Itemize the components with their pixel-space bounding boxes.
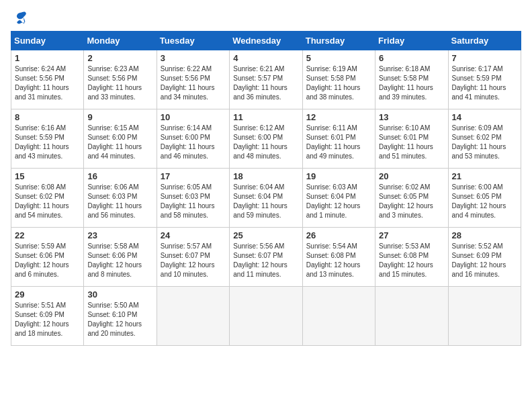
day-info: Sunrise: 5:52 AMSunset: 6:09 PMDaylight:… [452,242,517,279]
logo-bird-icon [13,11,28,26]
calendar-day-cell: 25Sunrise: 5:56 AMSunset: 6:07 PMDayligh… [230,228,302,287]
calendar-day-cell: 1Sunrise: 6:24 AMSunset: 5:56 PMDaylight… [11,50,84,109]
day-info: Sunrise: 6:22 AMSunset: 5:56 PMDaylight:… [161,64,226,102]
day-number: 15 [15,171,80,181]
day-number: 21 [452,171,517,181]
day-number: 3 [161,53,226,63]
day-info: Sunrise: 5:50 AMSunset: 6:10 PMDaylight:… [87,301,152,338]
day-info: Sunrise: 6:21 AMSunset: 5:57 PMDaylight:… [233,64,298,102]
calendar-day-cell: 20Sunrise: 6:02 AMSunset: 6:05 PMDayligh… [375,169,448,228]
calendar-day-cell: 8Sunrise: 6:16 AMSunset: 5:59 PMDaylight… [11,109,84,169]
day-info: Sunrise: 6:23 AMSunset: 5:56 PMDaylight:… [87,64,152,102]
calendar-day-cell: 30Sunrise: 5:50 AMSunset: 6:10 PMDayligh… [84,287,157,346]
day-info: Sunrise: 6:05 AMSunset: 6:03 PMDaylight:… [161,183,226,220]
day-info: Sunrise: 6:18 AMSunset: 5:58 PMDaylight:… [379,64,444,102]
calendar-day-header: Saturday [448,32,521,50]
calendar-day-cell: 22Sunrise: 5:59 AMSunset: 6:06 PMDayligh… [11,228,84,287]
day-info: Sunrise: 6:00 AMSunset: 6:05 PMDaylight:… [452,183,517,220]
day-number: 16 [87,171,152,181]
day-info: Sunrise: 5:51 AMSunset: 6:09 PMDaylight:… [15,301,80,338]
day-info: Sunrise: 5:53 AMSunset: 6:08 PMDaylight:… [379,242,444,279]
calendar-day-cell [448,287,521,346]
calendar-day-cell: 12Sunrise: 6:11 AMSunset: 6:01 PMDayligh… [302,109,375,169]
day-number: 7 [452,53,517,63]
day-info: Sunrise: 5:54 AMSunset: 6:08 PMDaylight:… [306,242,371,279]
calendar-day-cell: 24Sunrise: 5:57 AMSunset: 6:07 PMDayligh… [157,228,229,287]
day-number: 17 [161,171,226,181]
calendar-day-header: Wednesday [230,32,302,50]
day-info: Sunrise: 6:09 AMSunset: 6:02 PMDaylight:… [452,124,517,161]
calendar-day-cell: 18Sunrise: 6:04 AMSunset: 6:04 PMDayligh… [230,169,302,228]
day-number: 5 [306,53,371,63]
calendar-day-cell: 23Sunrise: 5:58 AMSunset: 6:06 PMDayligh… [84,228,157,287]
day-info: Sunrise: 6:08 AMSunset: 6:02 PMDaylight:… [15,183,80,220]
day-info: Sunrise: 5:56 AMSunset: 6:07 PMDaylight:… [233,242,298,279]
day-number: 23 [87,230,152,240]
day-number: 9 [87,112,152,122]
calendar-week-row: 1Sunrise: 6:24 AMSunset: 5:56 PMDaylight… [11,50,521,109]
day-info: Sunrise: 5:57 AMSunset: 6:07 PMDaylight:… [161,242,226,279]
calendar-header-row: SundayMondayTuesdayWednesdayThursdayFrid… [11,32,521,50]
day-number: 19 [306,171,371,181]
calendar-day-cell: 21Sunrise: 6:00 AMSunset: 6:05 PMDayligh… [448,169,521,228]
page-header [11,11,521,26]
calendar-day-cell: 27Sunrise: 5:53 AMSunset: 6:08 PMDayligh… [375,228,448,287]
calendar-day-cell: 7Sunrise: 6:17 AMSunset: 5:59 PMDaylight… [448,50,521,109]
calendar-day-cell: 3Sunrise: 6:22 AMSunset: 5:56 PMDaylight… [157,50,229,109]
calendar-day-cell [230,287,302,346]
calendar-day-header: Thursday [302,32,375,50]
calendar-day-header: Friday [375,32,448,50]
calendar-day-cell: 9Sunrise: 6:15 AMSunset: 6:00 PMDaylight… [84,109,157,169]
day-number: 25 [233,230,298,240]
day-number: 14 [452,112,517,122]
calendar-day-cell: 29Sunrise: 5:51 AMSunset: 6:09 PMDayligh… [11,287,84,346]
calendar-day-cell [375,287,448,346]
day-info: Sunrise: 6:11 AMSunset: 6:01 PMDaylight:… [306,124,371,161]
day-info: Sunrise: 6:03 AMSunset: 6:04 PMDaylight:… [306,183,371,220]
day-info: Sunrise: 6:14 AMSunset: 6:00 PMDaylight:… [161,124,226,161]
day-number: 2 [87,53,152,63]
day-number: 30 [87,289,152,300]
calendar-day-header: Sunday [11,32,84,50]
day-number: 28 [452,230,517,240]
day-info: Sunrise: 6:17 AMSunset: 5:59 PMDaylight:… [452,64,517,102]
day-number: 6 [379,53,444,63]
calendar-body: 1Sunrise: 6:24 AMSunset: 5:56 PMDaylight… [11,50,521,346]
day-info: Sunrise: 6:12 AMSunset: 6:00 PMDaylight:… [233,124,298,161]
day-info: Sunrise: 6:16 AMSunset: 5:59 PMDaylight:… [15,124,80,161]
calendar-day-cell: 13Sunrise: 6:10 AMSunset: 6:01 PMDayligh… [375,109,448,169]
calendar-day-cell: 28Sunrise: 5:52 AMSunset: 6:09 PMDayligh… [448,228,521,287]
day-info: Sunrise: 6:02 AMSunset: 6:05 PMDaylight:… [379,183,444,220]
day-number: 8 [15,112,80,122]
calendar-day-cell: 5Sunrise: 6:19 AMSunset: 5:58 PMDaylight… [302,50,375,109]
day-info: Sunrise: 5:59 AMSunset: 6:06 PMDaylight:… [15,242,80,279]
day-number: 4 [233,53,298,63]
logo [11,11,30,26]
calendar-day-cell: 26Sunrise: 5:54 AMSunset: 6:08 PMDayligh… [302,228,375,287]
day-info: Sunrise: 6:10 AMSunset: 6:01 PMDaylight:… [379,124,444,161]
calendar-week-row: 15Sunrise: 6:08 AMSunset: 6:02 PMDayligh… [11,169,521,228]
calendar-day-cell: 16Sunrise: 6:06 AMSunset: 6:03 PMDayligh… [84,169,157,228]
day-info: Sunrise: 6:06 AMSunset: 6:03 PMDaylight:… [87,183,152,220]
calendar-table: SundayMondayTuesdayWednesdayThursdayFrid… [11,31,521,346]
calendar-week-row: 22Sunrise: 5:59 AMSunset: 6:06 PMDayligh… [11,228,521,287]
calendar-day-cell: 14Sunrise: 6:09 AMSunset: 6:02 PMDayligh… [448,109,521,169]
day-info: Sunrise: 6:24 AMSunset: 5:56 PMDaylight:… [15,64,80,102]
calendar-day-cell [302,287,375,346]
day-number: 13 [379,112,444,122]
calendar-day-cell: 4Sunrise: 6:21 AMSunset: 5:57 PMDaylight… [230,50,302,109]
day-number: 12 [306,112,371,122]
day-number: 24 [161,230,226,240]
day-number: 1 [15,53,80,63]
calendar-week-row: 8Sunrise: 6:16 AMSunset: 5:59 PMDaylight… [11,109,521,169]
day-info: Sunrise: 5:58 AMSunset: 6:06 PMDaylight:… [87,242,152,279]
day-number: 22 [15,230,80,240]
calendar-day-header: Monday [84,32,157,50]
day-number: 27 [379,230,444,240]
calendar-day-header: Tuesday [157,32,229,50]
day-number: 18 [233,171,298,181]
calendar-week-row: 29Sunrise: 5:51 AMSunset: 6:09 PMDayligh… [11,287,521,346]
calendar-day-cell: 6Sunrise: 6:18 AMSunset: 5:58 PMDaylight… [375,50,448,109]
day-info: Sunrise: 6:19 AMSunset: 5:58 PMDaylight:… [306,64,371,102]
calendar-day-cell: 10Sunrise: 6:14 AMSunset: 6:00 PMDayligh… [157,109,229,169]
